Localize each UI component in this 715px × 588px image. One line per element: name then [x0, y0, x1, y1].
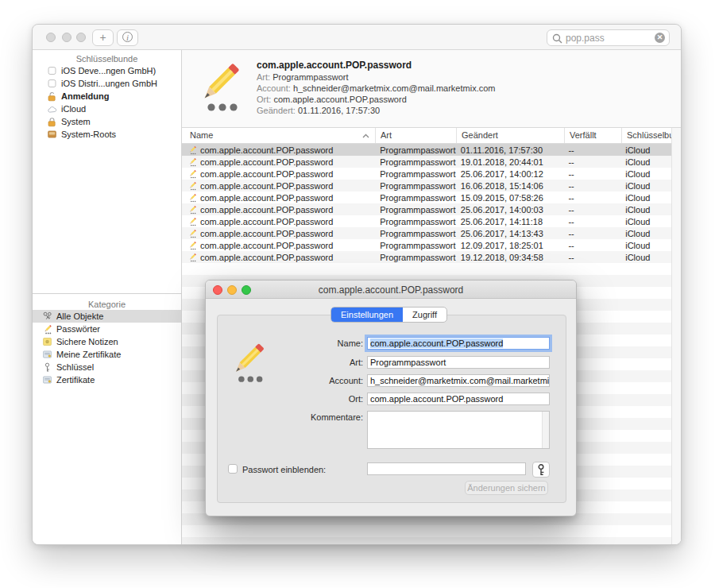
dialog-titlebar: com.apple.account.POP.password	[206, 280, 576, 299]
ort-input[interactable]: com.apple.account.POP.password	[367, 393, 550, 405]
table-row[interactable]: com.apple.account.POP.password Programmp…	[182, 203, 671, 215]
table-row[interactable]: com.apple.account.POP.password Programmp…	[182, 180, 671, 191]
dialog-title: com.apple.account.POP.password	[206, 284, 576, 296]
toolbar: + i pop.pass ✕	[33, 25, 681, 50]
table-header: Name Art Geändert Verfällt Schlüsselbu..…	[182, 128, 681, 144]
info-icon: i	[122, 32, 133, 42]
textarea-scrollbar[interactable]	[542, 412, 549, 448]
category-item-label: Meine Zertifikate	[56, 350, 121, 359]
column-header-name[interactable]: Name	[182, 128, 376, 143]
pencil-icon	[188, 205, 197, 215]
table-row[interactable]: com.apple.account.POP.password Programmp…	[182, 227, 671, 239]
table-row[interactable]: com.apple.account.POP.password Programmp…	[182, 239, 671, 251]
detail-label: Geändert:	[257, 106, 296, 115]
minimize-window-button[interactable]	[62, 33, 72, 42]
sidebar-item-keychain-icloud[interactable]: iCloud	[33, 103, 181, 115]
key-icon	[42, 362, 52, 373]
table-row[interactable]: com.apple.account.POP.password Programmp…	[182, 144, 671, 156]
sidebar-item-keychain-ios-developer[interactable]: iOS Deve...ngen GmbH)	[33, 64, 181, 77]
sidebar-item-label: Anmeldung	[61, 91, 110, 101]
category-item-label: Passwörter	[56, 324, 100, 334]
tab-zugriff[interactable]: Zugriff	[403, 308, 446, 322]
detail-label: Art:	[257, 72, 270, 82]
search-field[interactable]: pop.pass ✕	[547, 29, 670, 46]
sidebar: Schlüsselbunde iOS Deve...ngen GmbH) iOS…	[33, 50, 182, 544]
sidebar-item-label: iOS Distri...ungen GmbH	[61, 79, 157, 88]
column-header-schluesselbund[interactable]: Schlüsselbu...	[622, 128, 673, 143]
ort-label: Ort:	[218, 394, 363, 404]
save-changes-button[interactable]: Änderungen sichern	[465, 481, 548, 495]
account-input[interactable]: h_schneider@marketmix.com@mail.marketmix…	[367, 374, 550, 387]
sort-ascending-icon	[361, 133, 370, 139]
column-header-geaendert[interactable]: Geändert	[457, 128, 565, 143]
add-item-button[interactable]: +	[92, 29, 114, 46]
category-item-label: Alle Objekte	[56, 311, 103, 321]
detail-title: com.apple.account.POP.password	[257, 60, 412, 71]
cloud-icon	[47, 104, 57, 114]
sidebar-item-keychain-ios-distribution[interactable]: iOS Distri...ungen GmbH	[33, 77, 181, 90]
password-pencil-icon	[194, 56, 245, 117]
detail-label: Ort:	[257, 95, 271, 104]
category-item-certificates[interactable]: Zertifikate	[33, 373, 181, 386]
table-row[interactable]: com.apple.account.POP.password Programmp…	[182, 215, 671, 227]
pencil-icon	[188, 157, 197, 167]
table-row[interactable]: com.apple.account.POP.password Programmp…	[182, 168, 671, 180]
name-label: Name:	[218, 338, 363, 348]
lock-open-icon	[47, 91, 57, 102]
sidebar-item-keychain-login[interactable]: Anmeldung	[33, 90, 181, 103]
pencil-icon	[188, 229, 197, 238]
table-row[interactable]: com.apple.account.POP.password Programmp…	[182, 251, 671, 263]
name-input[interactable]: com.apple.account.POP.password	[367, 337, 550, 350]
category-item-keys[interactable]: Schlüssel	[33, 361, 181, 373]
pencil-icon	[188, 169, 197, 179]
tab-einstellungen[interactable]: Einstellungen	[331, 308, 403, 322]
pencil-icon	[42, 324, 52, 335]
detail-value: Programmpasswort	[272, 72, 348, 82]
keychain-file-icon	[47, 79, 57, 89]
keys-icon	[42, 311, 52, 322]
column-header-verfaellt[interactable]: Verfällt	[565, 128, 622, 143]
account-label: Account:	[218, 376, 363, 385]
tab-bar: Einstellungen Zugriff	[330, 307, 447, 323]
kommentare-textarea[interactable]	[367, 411, 550, 449]
item-detail-dialog: com.apple.account.POP.password Einstellu…	[205, 280, 577, 516]
column-header-art[interactable]: Art	[376, 128, 457, 143]
pencil-icon	[188, 253, 197, 262]
table-body: com.apple.account.POP.password Programmp…	[182, 144, 671, 263]
sidebar-item-keychain-system[interactable]: System	[33, 115, 181, 128]
sidebar-item-keychain-system-roots[interactable]: System-Roots	[33, 128, 181, 141]
detail-header: com.apple.account.POP.password Art: Prog…	[182, 50, 681, 128]
password-input[interactable]	[367, 462, 526, 475]
pencil-icon	[188, 217, 197, 226]
kommentare-label: Kommentare:	[218, 412, 363, 422]
category-item-my-certificates[interactable]: Meine Zertifikate	[33, 348, 181, 361]
close-window-button[interactable]	[46, 33, 56, 42]
category-header: Kategorie	[33, 296, 181, 310]
show-password-checkbox[interactable]	[228, 464, 238, 474]
pencil-icon	[188, 193, 197, 203]
search-icon	[551, 33, 562, 44]
generate-password-button[interactable]	[532, 462, 550, 478]
sidebar-item-label: iOS Deve...ngen GmbH)	[61, 66, 156, 75]
clear-search-button[interactable]: ✕	[655, 33, 665, 43]
art-label: Art:	[218, 358, 363, 367]
pencil-icon	[188, 145, 197, 155]
scrollbar-track[interactable]	[671, 128, 681, 544]
pencil-icon	[188, 181, 197, 191]
category-item-label: Zertifikate	[56, 375, 95, 385]
zoom-window-button[interactable]	[76, 33, 86, 42]
lock-closed-icon	[47, 117, 57, 127]
info-button[interactable]: i	[117, 29, 138, 46]
sidebar-item-label: System-Roots	[61, 130, 116, 139]
table-row[interactable]: com.apple.account.POP.password Programmp…	[182, 191, 671, 203]
table-row[interactable]: com.apple.account.POP.password Programmp…	[182, 156, 671, 168]
category-item-label: Schlüssel	[56, 362, 94, 372]
category-item-passwords[interactable]: Passwörter	[33, 323, 181, 335]
keychains-header: Schlüsselbunde	[33, 50, 181, 64]
category-item-secure-notes[interactable]: Sichere Notizen	[33, 335, 181, 348]
art-input[interactable]: Programmpasswort	[367, 356, 550, 369]
pencil-icon	[188, 241, 197, 250]
category-section: Kategorie Alle Objekte Passwörter Sicher…	[33, 293, 181, 386]
certificate-icon	[42, 350, 52, 360]
category-item-all-items[interactable]: Alle Objekte	[33, 310, 181, 323]
